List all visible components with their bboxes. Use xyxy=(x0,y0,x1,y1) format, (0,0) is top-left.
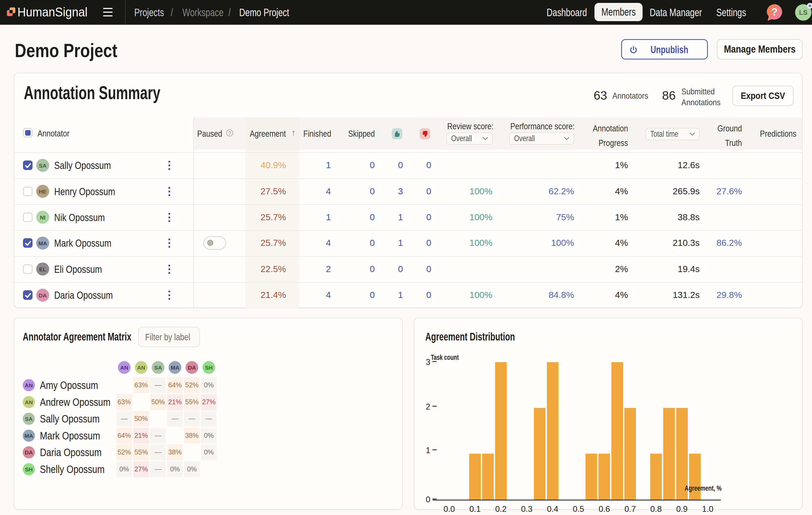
svg-text:?: ? xyxy=(771,6,777,18)
